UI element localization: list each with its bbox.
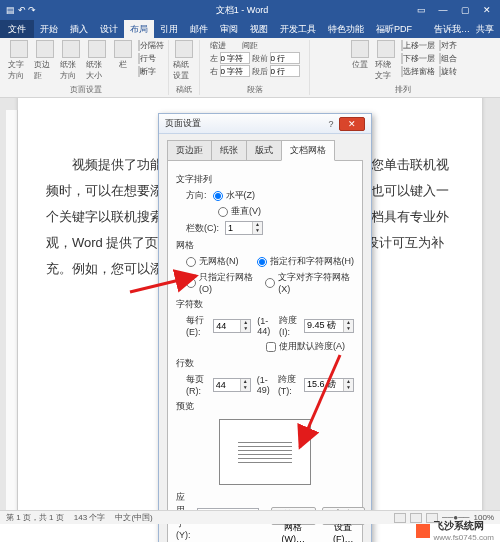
size-button[interactable]: 纸张大小 bbox=[86, 40, 108, 81]
watermark-logo-icon bbox=[416, 524, 430, 538]
view-read-icon[interactable] bbox=[394, 513, 406, 523]
window-options-icon[interactable]: ▭ bbox=[414, 5, 428, 15]
preview-thumbnail bbox=[219, 419, 311, 485]
send-backward-button[interactable]: 下移一层 bbox=[401, 53, 435, 64]
group-paragraph-label: 段落 bbox=[247, 84, 263, 95]
orientation-button[interactable]: 纸张方向 bbox=[60, 40, 82, 81]
watermark-brand: 飞沙系统网 bbox=[434, 519, 494, 533]
word-count[interactable]: 143 个字 bbox=[74, 512, 106, 523]
line-grid-only-radio[interactable]: 只指定行网格(O) bbox=[186, 271, 259, 294]
tab-foxitpdf[interactable]: 福昕PDF bbox=[370, 20, 418, 38]
align-button[interactable]: 对齐 bbox=[439, 40, 457, 51]
dlg-tab-paper[interactable]: 纸张 bbox=[211, 140, 247, 161]
share-button[interactable]: 共享 bbox=[476, 23, 494, 36]
tab-home[interactable]: 开始 bbox=[34, 20, 64, 38]
lines-per-page-input[interactable]: ▲▼ bbox=[213, 378, 251, 392]
tab-review[interactable]: 审阅 bbox=[214, 20, 244, 38]
indent-left-input[interactable] bbox=[220, 52, 250, 64]
line-numbers-button[interactable]: 行号 bbox=[138, 53, 164, 64]
file-tab[interactable]: 文件 bbox=[0, 20, 34, 38]
spacing-after-input[interactable] bbox=[270, 65, 300, 77]
group-manuscript-label: 稿纸 bbox=[176, 84, 192, 95]
page-indicator[interactable]: 第 1 页，共 1 页 bbox=[6, 512, 64, 523]
document-title: 文档1 - Word bbox=[70, 4, 414, 17]
columns-button[interactable]: 栏 bbox=[112, 40, 134, 70]
columns-input[interactable]: ▲▼ bbox=[225, 221, 263, 235]
tab-design[interactable]: 设计 bbox=[94, 20, 124, 38]
tab-special[interactable]: 特色功能 bbox=[322, 20, 370, 38]
lines-label: 行数 bbox=[176, 357, 354, 370]
watermark-url: www.fs0745.com bbox=[434, 533, 494, 542]
page-setup-dialog: 页面设置 ? ✕ 页边距 纸张 版式 文档网格 文字排列 方向: 水平(Z) 垂… bbox=[158, 113, 372, 542]
margins-button[interactable]: 页边距 bbox=[34, 40, 56, 81]
maximize-icon[interactable]: ▢ bbox=[458, 5, 472, 15]
selection-pane-button[interactable]: 选择窗格 bbox=[401, 66, 435, 77]
tab-layout[interactable]: 布局 bbox=[124, 20, 154, 38]
group-button[interactable]: 组合 bbox=[439, 53, 457, 64]
rotate-button[interactable]: 旋转 bbox=[439, 66, 457, 77]
spacing-before-input[interactable] bbox=[270, 52, 300, 64]
group-page-setup-label: 页面设置 bbox=[70, 84, 102, 95]
ribbon-body: 文字方向 页边距 纸张方向 纸张大小 栏 分隔符 行号 断字 页面设置 稿纸设置… bbox=[0, 38, 500, 98]
breaks-button[interactable]: 分隔符 bbox=[138, 40, 164, 51]
preview-label: 预览 bbox=[176, 400, 354, 413]
dlg-tab-docgrid[interactable]: 文档网格 bbox=[281, 140, 335, 161]
no-grid-radio[interactable]: 无网格(N) bbox=[186, 255, 239, 268]
chars-label: 字符数 bbox=[176, 298, 354, 311]
specify-line-char-radio[interactable]: 指定行和字符网格(H) bbox=[257, 255, 355, 268]
watermark: 飞沙系统网 www.fs0745.com bbox=[416, 519, 494, 542]
group-arrange-label: 排列 bbox=[395, 84, 411, 95]
bring-forward-button[interactable]: 上移一层 bbox=[401, 40, 435, 51]
tab-insert[interactable]: 插入 bbox=[64, 20, 94, 38]
close-icon[interactable]: ✕ bbox=[480, 5, 494, 15]
dlg-tab-layout[interactable]: 版式 bbox=[246, 140, 282, 161]
minimize-icon[interactable]: — bbox=[436, 5, 450, 15]
dialog-title: 页面设置 bbox=[165, 117, 323, 130]
text-direction-button[interactable]: 文字方向 bbox=[8, 40, 30, 81]
text-arrange-label: 文字排列 bbox=[176, 173, 354, 186]
language-indicator[interactable]: 中文(中国) bbox=[115, 512, 152, 523]
dlg-tab-margins[interactable]: 页边距 bbox=[167, 140, 212, 161]
chars-per-line-input[interactable]: ▲▼ bbox=[213, 319, 251, 333]
tab-mailings[interactable]: 邮件 bbox=[184, 20, 214, 38]
tab-view[interactable]: 视图 bbox=[244, 20, 274, 38]
qat[interactable]: ▤ ↶ ↷ bbox=[0, 5, 70, 15]
use-default-pitch-checkbox[interactable]: 使用默认跨度(A) bbox=[266, 340, 345, 353]
wrap-button[interactable]: 环绕文字 bbox=[375, 40, 397, 81]
direction-vertical-radio[interactable]: 垂直(V) bbox=[218, 205, 261, 218]
hyphenation-button[interactable]: 断字 bbox=[138, 66, 164, 77]
manuscript-button[interactable]: 稿纸设置 bbox=[173, 40, 195, 81]
dialog-close-icon[interactable]: ✕ bbox=[339, 117, 365, 131]
grid-label: 网格 bbox=[176, 239, 354, 252]
tab-references[interactable]: 引用 bbox=[154, 20, 184, 38]
tell-me[interactable]: 告诉我… bbox=[434, 23, 470, 36]
char-pitch-input[interactable]: ▲▼ bbox=[304, 319, 354, 333]
line-pitch-input[interactable]: ▲▼ bbox=[304, 378, 354, 392]
direction-horizontal-radio[interactable]: 水平(Z) bbox=[213, 189, 256, 202]
tab-devtools[interactable]: 开发工具 bbox=[274, 20, 322, 38]
indent-right-input[interactable] bbox=[220, 65, 250, 77]
dialog-help-icon[interactable]: ? bbox=[323, 119, 339, 129]
ribbon-tabs: 文件 开始 插入 设计 布局 引用 邮件 审阅 视图 开发工具 特色功能 福昕P… bbox=[0, 20, 500, 38]
vertical-ruler[interactable] bbox=[6, 110, 18, 510]
position-button[interactable]: 位置 bbox=[349, 40, 371, 70]
align-char-radio[interactable]: 文字对齐字符网格(X) bbox=[265, 271, 354, 294]
